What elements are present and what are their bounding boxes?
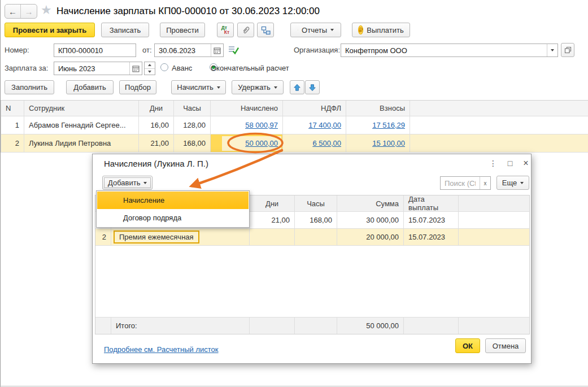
pay-label: Выплатить — [367, 26, 404, 34]
accrued-cell-focused[interactable]: 50 000,00 — [211, 134, 283, 153]
accrued-link[interactable]: 50 000,00 — [245, 139, 278, 147]
employees-table-header: N Сотрудник Дни Часы Начислено НДФЛ Взно… — [1, 101, 588, 116]
accrued-cell[interactable]: 58 000,97 — [211, 116, 283, 134]
attachments-button[interactable] — [237, 23, 254, 37]
col-header-n: N — [1, 101, 24, 116]
window-frame-bottom — [0, 386, 588, 386]
chevron-down-icon — [551, 49, 554, 51]
row-number[interactable]: 1 — [1, 116, 24, 134]
forward-button[interactable]: → — [21, 5, 37, 18]
organization-input[interactable] — [341, 44, 547, 56]
advance-radio[interactable] — [160, 63, 168, 71]
number-label: Номер: — [5, 46, 29, 54]
reports-button[interactable]: Отчеты — [290, 23, 341, 37]
employee-cell[interactable]: Абрамов Геннадий Сергее... — [24, 116, 139, 134]
step-up-button[interactable] — [145, 62, 155, 69]
pay-date-cell[interactable]: 15.07.2023 — [404, 229, 459, 246]
table-row[interactable]: 1 Абрамов Геннадий Сергее... 16,00 128,0… — [1, 116, 588, 134]
ok-button[interactable]: ОК — [455, 338, 480, 353]
row-number[interactable]: 2 — [95, 229, 111, 246]
salary-period-label: Зарплата за: — [5, 64, 48, 72]
more-label: Еще — [502, 179, 517, 187]
empty-cell — [404, 317, 459, 334]
contributions-link[interactable]: 17 516,29 — [372, 121, 405, 129]
accrue-button[interactable]: Начислить — [171, 80, 226, 94]
table-row-selected[interactable]: 2 Премия ежемесячная 20 000,00 15.07.202… — [95, 229, 529, 246]
dt-kt-button[interactable]: Дт Кт — [217, 23, 234, 37]
row-number[interactable]: 2 — [1, 134, 24, 153]
kebab-menu-icon[interactable]: ⋮ — [487, 158, 499, 169]
ndfl-link[interactable]: 17 400,00 — [308, 121, 341, 129]
days-cell[interactable]: 16,00 — [139, 116, 174, 134]
hours-cell[interactable]: 168,00 — [174, 134, 211, 153]
days-cell[interactable]: 21,00 — [139, 134, 174, 153]
pick-button[interactable]: Подбор — [119, 80, 156, 94]
list-check-icon[interactable] — [228, 45, 239, 55]
col-header-sum: Сумма — [337, 195, 404, 212]
maximize-icon[interactable]: □ — [504, 158, 516, 169]
calendar-icon[interactable] — [211, 44, 223, 56]
salary-period-input[interactable] — [54, 62, 129, 75]
fill-button[interactable]: Заполнить — [5, 80, 54, 94]
pay-date-cell[interactable]: 15.07.2023 — [404, 212, 459, 229]
ndfl-cell[interactable]: 17 400,00 — [283, 116, 346, 134]
open-organization-button[interactable] — [561, 43, 574, 57]
table-row-selected[interactable]: 2 Лукина Лидия Петровна 21,00 168,00 50 … — [1, 134, 588, 153]
more-button[interactable]: Еще — [496, 176, 529, 190]
post-button[interactable]: Провести — [160, 23, 205, 37]
sum-cell[interactable]: 30 000,00 — [337, 212, 404, 229]
hours-cell[interactable] — [295, 229, 337, 246]
ruble-coin-icon: ₽ — [358, 25, 363, 34]
advance-radio-label: Аванс — [172, 64, 192, 72]
contributions-cell[interactable]: 15 100,00 — [346, 134, 410, 153]
calendar-icon[interactable] — [129, 62, 142, 75]
close-icon[interactable]: × — [520, 158, 532, 169]
dt-kt-icon: Дт Кт — [221, 25, 229, 34]
window-frame-left — [0, 0, 1, 387]
move-up-button[interactable] — [290, 80, 304, 94]
structure-button[interactable] — [257, 23, 274, 37]
days-cell[interactable]: 21,00 — [250, 212, 295, 229]
empty-cell — [95, 317, 111, 334]
hours-cell[interactable]: 128,00 — [174, 116, 211, 134]
empty-cell — [459, 212, 529, 229]
ndfl-cell[interactable]: 6 500,00 — [283, 134, 346, 153]
menu-item-contract[interactable]: Договор подряда — [97, 209, 249, 227]
save-button[interactable]: Записать — [101, 23, 149, 37]
accrual-cell-editing[interactable]: Премия ежемесячная — [111, 229, 250, 246]
col-header-contributions: Взносы — [346, 101, 410, 116]
contributions-cell[interactable]: 17 516,29 — [346, 116, 410, 134]
payslip-details-link[interactable]: Подробнее см. Расчетный листок — [104, 345, 219, 354]
pay-button[interactable]: ₽ Выплатить — [352, 23, 410, 37]
menu-item-accrual[interactable]: Начисление — [97, 192, 249, 209]
step-down-button[interactable] — [145, 69, 155, 75]
dialog-add-button[interactable]: Добавить — [102, 176, 153, 190]
accrual-edit-box[interactable]: Премия ежемесячная — [114, 231, 199, 243]
period-stepper — [144, 62, 155, 75]
cancel-button[interactable]: Отмена — [485, 338, 526, 353]
contributions-link[interactable]: 15 100,00 — [372, 139, 405, 147]
withhold-button[interactable]: Удержать — [232, 80, 284, 94]
back-arrow-icon: ← — [8, 7, 17, 16]
date-field — [154, 44, 224, 57]
add-row-button[interactable]: Добавить — [66, 80, 114, 94]
move-down-button[interactable] — [305, 80, 320, 94]
ndfl-link[interactable]: 6 500,00 — [312, 139, 341, 147]
command-bar: Провести и закрыть Записать Провести Дт … — [0, 23, 588, 38]
post-and-close-button[interactable]: Провести и закрыть — [5, 23, 95, 37]
favorite-star-icon[interactable]: ★ — [41, 3, 52, 18]
date-input[interactable] — [155, 44, 211, 56]
salary-period-field — [54, 62, 142, 75]
triangle-down-icon — [148, 71, 151, 73]
search-input[interactable] — [441, 177, 480, 189]
sum-cell[interactable]: 20 000,00 — [337, 229, 404, 246]
days-cell[interactable] — [250, 229, 295, 246]
chevron-down-icon — [330, 29, 334, 31]
org-dropdown-button[interactable] — [547, 44, 557, 56]
search-clear-button[interactable]: x — [480, 177, 490, 189]
accrued-link[interactable]: 58 000,97 — [245, 121, 278, 129]
number-input[interactable] — [54, 44, 136, 56]
hours-cell[interactable]: 168,00 — [295, 212, 337, 229]
back-button[interactable]: ← — [5, 5, 21, 18]
employee-cell[interactable]: Лукина Лидия Петровна — [24, 134, 139, 153]
